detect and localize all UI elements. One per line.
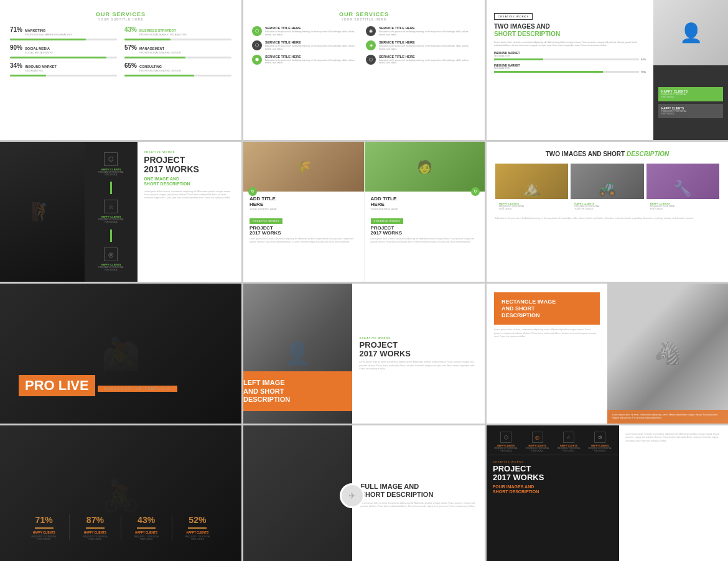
circle-icon: ✈ [340, 483, 365, 508]
dark-icon-3: ◎ [104, 248, 118, 261]
happy-clients-box-1: HAPPY CLIENTS FREQUENTLY YOUR INITIAL FO… [658, 87, 723, 101]
dark-icon-box-2: ☆ HAPPY CLIENTS FREQUENTLY YOUR INITIAL … [98, 200, 123, 223]
zebra-photo-icon: 🦓 [607, 284, 728, 424]
pct-sub-1: FREQUENTLY YOUR INITIALFONT CHOICE [31, 536, 56, 540]
overlay-card-2: HAPPY CLIENTS FREQUENTLY YOUR INITIAL YO… [571, 199, 643, 213]
refresh-icon-2: ↻ [471, 187, 480, 196]
lorem-tiny-1: Lorem ipsum dolor sit amet, consectetur … [250, 238, 358, 244]
one-image-desc: ONE IMAGE ANDSHORT DESCRIPTION [144, 177, 235, 187]
photo-woman-icon: 👤 [653, 0, 728, 65]
slide-services-icons: OUR SERVICES YOUR SUBTITLE HERE ⬡ SERVIC… [243, 0, 485, 140]
project-title-12: PROJECT2017 WORKS [493, 465, 613, 483]
pct-5: 34% [10, 62, 22, 69]
pct-num-4: 52% [189, 515, 206, 525]
slide9-lorem: Lorem ipsum dolor sit amet, consectetur … [494, 328, 600, 338]
pct-4: 57% [124, 44, 137, 51]
slide6-img1: 🏔️ HAPPY CLIENTS FREQUENTLY YOUR INITIAL… [495, 164, 568, 213]
orange-rect-title: RECTANGLE IMAGEAND SHORTDESCRIPTION [494, 292, 600, 325]
slide-two-images-desc: CREATIVE WORKS TWO IMAGES ANDSHORT DESCR… [487, 0, 728, 140]
overlay-card-3: HAPPY CLIENTS FREQUENTLY YOUR INITIAL FO… [646, 199, 719, 213]
metric-6: 65% CONSULTING PROFESSIONAL GRAPHIC DESI… [124, 62, 231, 76]
service-2: ◉ SERVICE TITLE HERE Education is the pr… [366, 26, 476, 37]
slide12-icon-3: ☆ HAPPY CLIENTS FREQUENTLY YOUR INITIAL … [554, 432, 583, 452]
pct-num-2: 87% [86, 515, 104, 525]
service-4: ◈ SERVICE TITLE HERE Education is the pr… [366, 40, 476, 51]
slide-two-images-right: TWO IMAGES AND SHORT DESCRIPTION 🏔️ HAPP… [487, 142, 728, 282]
slide8-content: CREATIVE WORKS PROJECT2017 WORKS Lorem i… [352, 284, 485, 424]
slide12-icon-1: ⬡ HAPPY CLIENTS FREQUENTLY YOUR INITIAL … [492, 432, 520, 452]
project-sm-1: PROJECT2017 WORKS [250, 226, 358, 237]
slide3-lorem: Lorem ipsum dolor sit amet, consectetur … [494, 41, 646, 48]
slide4-photo: 🧗 [0, 142, 85, 282]
pct-label-3: HAPPY CLIENTS [135, 531, 157, 534]
slide3-big-title: TWO IMAGES ANDSHORT DESCRIPTION [494, 23, 646, 38]
bike-photo-overlay: 🚵 [0, 284, 241, 424]
slide5-content1: ADD TITLEHERE YOUR SUBTITLE HERE CREATIV… [243, 192, 364, 249]
pct-label-1: HAPPY CLIENTS [33, 531, 55, 534]
pct-col-1: 71% HAPPY CLIENTS FREQUENTLY YOUR INITIA… [19, 515, 70, 540]
green-divider [110, 182, 112, 194]
slide-left-image-desc: 👤 LEFT IMAGEAND SHORTDESCRIPTION CREATIV… [243, 284, 485, 424]
slide9-photo: 🦓 Lorem ipsum dolor sit amet, consectetu… [607, 284, 728, 424]
metric-2: 43% BUSINESS STRATEGY PROFESSIONAL MARKE… [124, 26, 231, 40]
add-subtitle-2: YOUR SUBTITLE HERE [371, 208, 479, 211]
icon-sm-2: ◎ [532, 432, 543, 443]
slide3-dark-panel: HAPPY CLIENTS FREQUENTLY YOUR INITIAL FO… [653, 65, 728, 141]
slide-dark-percentages: 🚴 71% HAPPY CLIENTS FREQUENTLY YOUR INIT… [0, 425, 241, 561]
slide12-lorem: Lorem ipsum dolor sit amet, consectetur … [625, 433, 722, 443]
slide2-subtitle: YOUR SUBTITLE HERE [252, 17, 476, 21]
pct-div-4 [188, 527, 207, 529]
creative-badge-2: CREATIVE WORKS [371, 218, 404, 224]
pct-label-4: HAPPY CLIENTS [186, 531, 208, 534]
slide12-icon-2: ◎ HAPPY CLIENTS FREQUENTLY YOUR INITIAL … [523, 432, 551, 452]
slide-services-progress: OUR SERVICES YOUR SUBTITLE HERE 71% MARK… [0, 0, 241, 140]
slide6-img3: 🔧 HAPPY CLIENTS FREQUENTLY YOUR INITIAL … [646, 164, 719, 213]
slide1-subtitle: YOUR SUBTITLE HERE [10, 17, 231, 21]
pct-num-1: 71% [35, 515, 53, 525]
service-1: ⬡ SERVICE TITLE HERE Education is the pr… [252, 26, 362, 37]
metric-4: 57% MANAGEMENT PROFESSIONAL GRAPHIC DESI… [124, 44, 231, 58]
creative-works-label-12: CREATIVE WORKS [493, 460, 613, 463]
slide12-icon-4: ⚙ HAPPY CLIENTS FREQUENTLY YOUR INITIAL … [586, 432, 614, 452]
service-icon-1: ⬡ [252, 26, 262, 36]
green-divider-2 [110, 230, 112, 242]
icon-sm-1: ⬡ [500, 432, 511, 443]
slide5-content2: ADD TITLEHERE YOUR SUBTITLE HERE CREATIV… [365, 192, 485, 249]
project-sm-2: PROJECT2017 WORKS [371, 226, 479, 237]
slide11-lorem: Lorem ipsum dolor sit amet, consectetur … [361, 502, 476, 509]
slide5-photo2: 🧑 [365, 142, 485, 192]
slide3-right: 👤 HAPPY CLIENTS FREQUENTLY YOUR INITIAL … [653, 0, 728, 140]
service-icon-4: ◈ [366, 40, 376, 50]
pct-6: 65% [124, 62, 137, 69]
overlay-card-1: HAPPY CLIENTS FREQUENTLY YOUR INITIAL FO… [495, 199, 568, 213]
metric-3: 90% SOCIAL MEDIA SOCIAL MEDIA EXPERT [10, 44, 117, 58]
slide12-icons-row: ⬡ HAPPY CLIENTS FREQUENTLY YOUR INITIAL … [487, 425, 619, 455]
creative-works-badge: CREATIVE WORKS [494, 13, 533, 20]
add-title-2: ADD TITLEHERE [371, 197, 479, 208]
slide2-title: OUR SERVICES [252, 11, 476, 17]
slide9-left: RECTANGLE IMAGEAND SHORTDESCRIPTION Lore… [487, 284, 607, 424]
service-icon-6: ⬡ [366, 55, 376, 65]
slide-four-images: ⬡ HAPPY CLIENTS FREQUENTLY YOUR INITIAL … [487, 425, 728, 561]
slide6-title: TWO IMAGES AND SHORT DESCRIPTION [495, 151, 719, 157]
metric-row-2: INBOUND MARKET SEO ANALYSIS 75% [494, 64, 646, 73]
pct-col-3: 43% HAPPY CLIENTS FREQUENTLY YOUR INITIA… [121, 515, 172, 540]
slide2-services: ⬡ SERVICE TITLE HERE Education is the pr… [252, 26, 476, 65]
slide3-metrics: INBOUND MARKET SEO ANALYSIS 34% INBOUND … [494, 52, 646, 73]
dark-icon-box-1: ⬡ HAPPY CLIENTS FREQUENTLY YOUR INITIAL … [98, 152, 123, 176]
slide7-content: PRO LIVE PRESENTATION TEMPLATE [19, 375, 177, 399]
slide11-content: ✈ FULL IMAGE ANDSHORT DESCRIPTION Lorem … [352, 425, 485, 561]
icon-sm-3: ☆ [563, 432, 574, 443]
metric-5: 34% INBOUND MARKET SEO ANALYSIS [10, 62, 117, 76]
pct-3: 90% [10, 44, 22, 51]
pct-label-2: HAPPY CLIENTS [84, 531, 106, 534]
service-5: ⬢ SERVICE TITLE HERE Education is the pr… [252, 55, 362, 65]
orange-box: LEFT IMAGEAND SHORTDESCRIPTION [243, 371, 352, 411]
pct-col-2: 87% HAPPY CLIENTS FREQUENTLY YOUR INITIA… [70, 515, 121, 540]
slide8-lorem: Lorem ipsum dolor sit amet, consectetur … [360, 361, 477, 371]
slide5-photo1: 🌾 [243, 142, 364, 192]
slide4-lorem: Lorem ipsum dolor sit amet, consectetur … [144, 190, 235, 200]
creative-works-label: CREATIVE WORKS [144, 151, 235, 154]
slide3-photo-top: 👤 [653, 0, 728, 65]
pct-div-2 [86, 527, 105, 529]
